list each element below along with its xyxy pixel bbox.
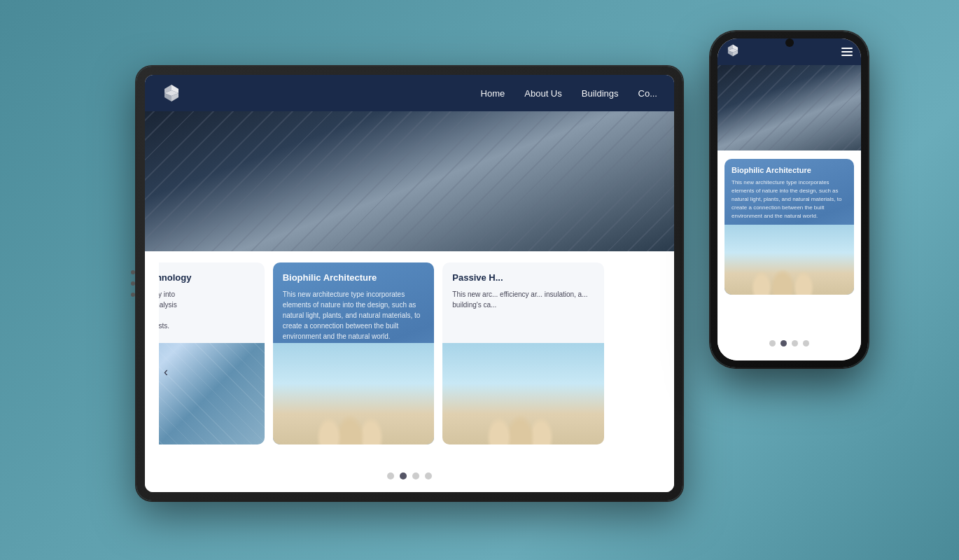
- hero-bg: [145, 111, 674, 265]
- tablet-device: Home About Us Buildings Co... Smart Tech…: [136, 66, 682, 500]
- tablet-nav-links: Home About Us Buildings Co...: [481, 88, 657, 99]
- phone-hero-image: [718, 65, 861, 163]
- ham-line-3: [841, 55, 853, 56]
- phone-hero-bg: [718, 65, 861, 163]
- hamburger-menu-button[interactable]: [841, 48, 853, 56]
- card-biophilic-title: Biophilic Architecture: [283, 272, 425, 284]
- phone-dot-1[interactable]: [769, 340, 776, 346]
- card-smart-tech: Smart Technology ...es technology into..…: [159, 262, 265, 444]
- card-passive-title: Passive H...: [452, 272, 594, 284]
- phone-logo[interactable]: [726, 43, 740, 60]
- phone-screen: Biophilic Architecture This new architec…: [718, 38, 861, 360]
- tablet-hero-image: [145, 111, 674, 265]
- tablet-logo[interactable]: [162, 83, 181, 103]
- card-smart-tech-image: [159, 343, 265, 444]
- card-biophilic-image: [273, 343, 435, 444]
- tablet-screen: Home About Us Buildings Co... Smart Tech…: [145, 75, 674, 492]
- nav-link-more[interactable]: Co...: [638, 88, 657, 99]
- side-button: [131, 281, 135, 286]
- tablet-carousel-dots: [145, 472, 674, 479]
- ham-line-1: [841, 48, 853, 49]
- phone-dot-3[interactable]: [792, 340, 798, 346]
- card-smart-tech-text: ...es technology into..., and data analy…: [159, 289, 255, 331]
- ham-line-2: [841, 51, 853, 52]
- phone-card-title: Biophilic Architecture: [732, 166, 847, 174]
- card-passive: Passive H... This new arc... efficiency …: [442, 262, 604, 444]
- dot-3[interactable]: [412, 472, 419, 479]
- tablet-navbar: Home About Us Buildings Co...: [145, 75, 674, 111]
- tablet-cards-section: Smart Technology ...es technology into..…: [145, 251, 674, 492]
- card-biophilic: Biophilic Architecture This new architec…: [273, 262, 435, 444]
- phone-carousel-dots: [718, 340, 861, 346]
- phone-biophilic-card: Biophilic Architecture This new architec…: [724, 159, 854, 295]
- phone-card-text: This new architecture type incorporates …: [732, 178, 847, 220]
- card-passive-image: [442, 343, 604, 444]
- card-biophilic-text: This new architecture type incorporates …: [283, 289, 425, 342]
- phone-camera: [785, 38, 794, 47]
- phone-cards-section: Biophilic Architecture This new architec…: [718, 150, 861, 360]
- card-smart-tech-title: Smart Technology: [159, 272, 255, 284]
- dot-4[interactable]: [425, 472, 432, 479]
- dot-1[interactable]: [387, 472, 394, 479]
- phone-card-content: Biophilic Architecture This new architec…: [724, 159, 854, 225]
- nav-link-home[interactable]: Home: [481, 88, 505, 99]
- side-button: [131, 293, 135, 297]
- prev-arrow-button[interactable]: ‹: [156, 362, 176, 382]
- phone-card-image: [724, 225, 854, 295]
- nav-link-buildings[interactable]: Buildings: [582, 88, 619, 99]
- cards-row: Smart Technology ...es technology into..…: [159, 262, 660, 444]
- phone-dot-4[interactable]: [803, 340, 809, 346]
- nav-link-about[interactable]: About Us: [524, 88, 561, 99]
- tablet-side-buttons: [131, 270, 135, 297]
- phone-device: Biophilic Architecture This new architec…: [710, 31, 868, 368]
- card-passive-text: This new arc... efficiency ar... insulat…: [452, 289, 594, 310]
- phone-dot-2[interactable]: [780, 340, 787, 346]
- dot-2[interactable]: [400, 472, 407, 479]
- side-button: [131, 270, 135, 274]
